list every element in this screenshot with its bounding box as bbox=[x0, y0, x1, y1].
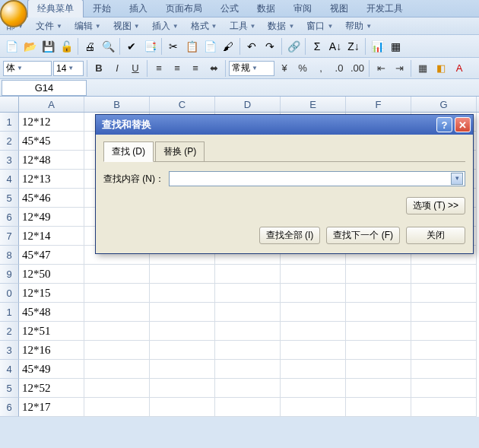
cell[interactable] bbox=[346, 303, 411, 322]
cell[interactable] bbox=[84, 265, 150, 284]
cell[interactable]: 45*49 bbox=[19, 360, 84, 379]
cell[interactable]: 12*16 bbox=[19, 341, 84, 360]
font-name-combo[interactable]: 体▼ bbox=[3, 61, 52, 76]
autosum-icon[interactable]: Σ bbox=[309, 38, 325, 55]
font-size-combo[interactable]: 14▼ bbox=[53, 61, 84, 76]
format-painter-icon[interactable]: 🖌 bbox=[220, 38, 236, 55]
undo-icon[interactable]: ↶ bbox=[243, 38, 260, 55]
permission-icon[interactable]: 🔓 bbox=[58, 38, 75, 55]
hyperlink-icon[interactable]: 🔗 bbox=[285, 38, 302, 55]
preview-icon[interactable]: 🔍 bbox=[100, 38, 116, 55]
row-header[interactable]: 6 bbox=[0, 208, 19, 227]
dialog-close-button[interactable]: ✕ bbox=[455, 117, 471, 132]
cell[interactable] bbox=[150, 265, 215, 284]
align-left-icon[interactable]: ≡ bbox=[151, 60, 167, 77]
office-button[interactable] bbox=[0, 0, 27, 27]
cell[interactable] bbox=[84, 322, 150, 341]
close-button[interactable]: 关闭 bbox=[406, 227, 465, 244]
save-icon[interactable]: 💾 bbox=[40, 38, 56, 55]
row-header[interactable]: 3 bbox=[0, 341, 19, 360]
row-header[interactable]: 5 bbox=[0, 379, 19, 398]
find-next-button[interactable]: 查找下一个 (F) bbox=[326, 227, 400, 244]
menu-data[interactable]: 数据▼ bbox=[262, 18, 300, 34]
find-all-button[interactable]: 查找全部 (I) bbox=[259, 227, 321, 244]
cell[interactable]: 45*47 bbox=[19, 246, 84, 265]
cell[interactable] bbox=[411, 284, 477, 303]
italic-button[interactable]: I bbox=[109, 60, 125, 77]
cell[interactable] bbox=[84, 360, 150, 379]
menu-view[interactable]: 视图▼ bbox=[107, 18, 146, 34]
percent-icon[interactable]: % bbox=[294, 60, 311, 77]
research-icon[interactable]: 📑 bbox=[141, 38, 158, 55]
select-all-corner[interactable] bbox=[0, 97, 19, 112]
cell[interactable]: 12*14 bbox=[19, 227, 84, 246]
cell[interactable] bbox=[281, 265, 346, 284]
currency-icon[interactable]: ¥ bbox=[276, 60, 293, 77]
paste-icon[interactable]: 📄 bbox=[201, 38, 218, 55]
cell[interactable] bbox=[281, 398, 346, 417]
spell-icon[interactable]: ✔ bbox=[123, 38, 140, 55]
col-header-b[interactable]: B bbox=[84, 97, 150, 112]
cell[interactable] bbox=[281, 360, 346, 379]
comma-icon[interactable]: , bbox=[312, 60, 329, 77]
cell[interactable] bbox=[150, 360, 215, 379]
cell[interactable]: 45*46 bbox=[19, 189, 84, 208]
row-header[interactable]: 5 bbox=[0, 189, 19, 208]
row-header[interactable]: 1 bbox=[0, 113, 19, 132]
cell[interactable] bbox=[411, 398, 477, 417]
cell[interactable] bbox=[346, 379, 411, 398]
row-header[interactable]: 1 bbox=[0, 303, 19, 322]
ribbon-tab-dev[interactable]: 开发工具 bbox=[357, 0, 412, 17]
cell[interactable] bbox=[150, 284, 215, 303]
chart-icon[interactable]: 📊 bbox=[369, 38, 385, 55]
cell[interactable] bbox=[215, 322, 281, 341]
cell[interactable] bbox=[346, 341, 411, 360]
cell[interactable]: 12*51 bbox=[19, 322, 84, 341]
name-box[interactable]: G14 bbox=[2, 80, 87, 96]
new-icon[interactable]: 📄 bbox=[3, 38, 20, 55]
col-header-a[interactable]: A bbox=[19, 97, 84, 112]
cell[interactable] bbox=[281, 341, 346, 360]
cell[interactable] bbox=[84, 398, 150, 417]
menu-edit[interactable]: 编辑▼ bbox=[68, 18, 107, 34]
row-header[interactable]: 4 bbox=[0, 360, 19, 379]
col-header-g[interactable]: G bbox=[411, 97, 477, 112]
dec-decimal-icon[interactable]: .00 bbox=[349, 60, 366, 77]
cell[interactable] bbox=[84, 379, 150, 398]
sort-asc-icon[interactable]: A↓ bbox=[327, 38, 344, 55]
redo-icon[interactable]: ↷ bbox=[262, 38, 278, 55]
cell[interactable] bbox=[215, 398, 281, 417]
col-header-d[interactable]: D bbox=[215, 97, 281, 112]
cell[interactable]: 12*12 bbox=[19, 113, 84, 132]
cell[interactable]: 45*48 bbox=[19, 303, 84, 322]
borders-icon[interactable]: ▦ bbox=[414, 60, 431, 77]
cell[interactable] bbox=[411, 379, 477, 398]
cell[interactable] bbox=[215, 284, 281, 303]
row-header[interactable]: 0 bbox=[0, 284, 19, 303]
ribbon-tab-home[interactable]: 开始 bbox=[84, 0, 120, 17]
col-header-e[interactable]: E bbox=[281, 97, 346, 112]
cell[interactable] bbox=[281, 303, 346, 322]
cell[interactable] bbox=[346, 284, 411, 303]
cell[interactable] bbox=[84, 284, 150, 303]
tab-replace[interactable]: 替换 (P) bbox=[155, 141, 205, 162]
cell[interactable] bbox=[281, 284, 346, 303]
row-header[interactable]: 3 bbox=[0, 151, 19, 170]
ribbon-tab-insert[interactable]: 插入 bbox=[120, 0, 157, 17]
indent-dec-icon[interactable]: ⇤ bbox=[373, 60, 389, 77]
align-center-icon[interactable]: ≡ bbox=[169, 60, 186, 77]
table-icon[interactable]: ▦ bbox=[387, 38, 404, 55]
dialog-titlebar[interactable]: 查找和替换 ? ✕ bbox=[96, 115, 473, 135]
merge-icon[interactable]: ⬌ bbox=[205, 60, 222, 77]
ribbon-tab-classic[interactable]: 经典菜单 bbox=[27, 0, 84, 17]
cell[interactable] bbox=[411, 341, 477, 360]
menu-format[interactable]: 格式▼ bbox=[185, 18, 224, 34]
bold-button[interactable]: B bbox=[90, 60, 107, 77]
row-header[interactable]: 7 bbox=[0, 227, 19, 246]
cell[interactable] bbox=[215, 341, 281, 360]
cell[interactable] bbox=[84, 303, 150, 322]
number-format-combo[interactable]: 常规▼ bbox=[229, 61, 274, 76]
cell[interactable] bbox=[150, 341, 215, 360]
ribbon-tab-formula[interactable]: 公式 bbox=[211, 0, 248, 17]
cell[interactable]: 12*50 bbox=[19, 265, 84, 284]
